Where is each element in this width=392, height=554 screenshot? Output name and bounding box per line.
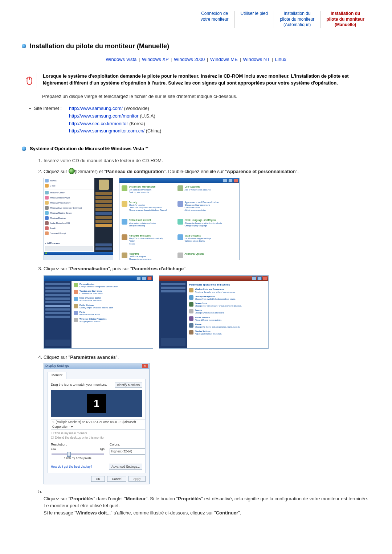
bullet-dot: ●	[29, 105, 31, 135]
nav-use-stand[interactable]: Utiliser le pied	[234, 11, 274, 28]
cancel-button: Cancel	[107, 476, 126, 482]
step-2: Cliquez sur (Démarrer) et "Panneau de co…	[44, 168, 370, 260]
site-label: Site internet :	[34, 105, 66, 135]
bullet-icon	[22, 147, 26, 151]
os-link-row: Windows Vista | Windows XP | Windows 200…	[22, 57, 370, 62]
help-link: How do I get the best display?	[51, 464, 92, 469]
nav-install-manual[interactable]: Installation du pilote du moniteur (Manu…	[320, 11, 370, 28]
monitor-preview: 1	[87, 394, 106, 413]
intro-text: Lorsque le système d'exploitation demand…	[43, 73, 370, 87]
link-samsung-china[interactable]: http://www.samsungmonitor.com.cn/	[69, 128, 144, 134]
screenshot-display-settings: Display Settings ✕ Monitor Drag the icon…	[44, 363, 150, 484]
link-windows-nt[interactable]: Windows NT	[243, 57, 270, 62]
step-5: Cliquez sur "Propriétés" dans l'onglet "…	[44, 488, 370, 516]
chk-main-monitor: ☐ This is my main monitor	[51, 431, 142, 436]
screenshot-start-menu: Internet E-mail Welcome Center Windows M…	[44, 178, 113, 260]
ds-tab-monitor: Monitor	[48, 372, 66, 379]
link-samsung-usa[interactable]: http://www.samsung.com/monitor	[69, 113, 138, 119]
link-linux[interactable]: Linux	[275, 57, 286, 62]
close-icon: ✕	[142, 364, 148, 368]
ds-window-title: Display Settings	[45, 364, 69, 369]
apply-button: Apply	[128, 476, 146, 482]
link-windows-me[interactable]: Windows ME	[210, 57, 238, 62]
step-4: Cliquez sur "Paramètres avancés". Displa…	[44, 354, 370, 485]
vista-section-title: Système d'Opération de Microsoft® Window…	[30, 146, 149, 151]
nav-connect-monitor[interactable]: Connexion de votre moniteur	[195, 11, 234, 28]
screenshot-personalization-1: PersonalizationChange desktop background…	[44, 275, 153, 349]
colors-label: Colors:	[110, 442, 142, 447]
ok-button: OK	[91, 476, 105, 482]
link-windows-2000[interactable]: Windows 2000	[174, 57, 205, 62]
start-orb-icon	[69, 168, 75, 174]
advanced-settings-button: Advanced Settings...	[109, 464, 142, 470]
mouse-icon	[22, 73, 37, 88]
screenshot-control-panel: System and MaintenanceGet started with W…	[119, 178, 240, 260]
screenshot-personalization-2: Personalize appearance and sounds Window…	[159, 275, 269, 349]
link-samsung-worldwide[interactable]: http://www.samsung.com/	[69, 106, 123, 111]
top-navigation: Connexion de votre moniteur Utiliser le …	[22, 11, 370, 28]
resolution-label: Resolution:	[51, 442, 105, 447]
link-windows-xp[interactable]: Windows XP	[142, 57, 168, 62]
adapter-select: 1. (Multiple Monitors) on NVIDIA GeForce…	[51, 419, 145, 430]
nav-install-auto[interactable]: Installation du pilote du moniteur (Auto…	[274, 11, 320, 28]
chk-extend-desktop: ☐ Extend the desktop onto this monitor	[51, 436, 142, 440]
prepare-text: Préparez un disque vierge et téléchargez…	[42, 93, 370, 100]
resolution-slider	[52, 454, 104, 455]
step-3: Cliquez sur "Personnalisation", puis sur…	[44, 265, 370, 349]
step-1: Insérez votre CD du manuel dans le lecte…	[44, 157, 370, 164]
resolution-value: 1280 by 1024 pixels	[51, 456, 105, 461]
ds-drag-text: Drag the icons to match your monitors.	[51, 382, 107, 387]
steps-list: Insérez votre CD du manuel dans le lecte…	[36, 157, 370, 516]
identify-monitors-button: Identify Monitors	[115, 382, 142, 388]
link-windows-vista[interactable]: Windows Vista	[106, 57, 136, 62]
bullet-icon	[22, 44, 26, 48]
site-list: http://www.samsung.com/ (Worldwide) http…	[69, 105, 161, 135]
color-select: Highest (32-bit)	[110, 448, 145, 455]
page-title: Installation du pilote du montiteur (Man…	[30, 42, 169, 50]
link-samsung-korea[interactable]: http://www.sec.co.kr/monitor	[69, 121, 128, 126]
